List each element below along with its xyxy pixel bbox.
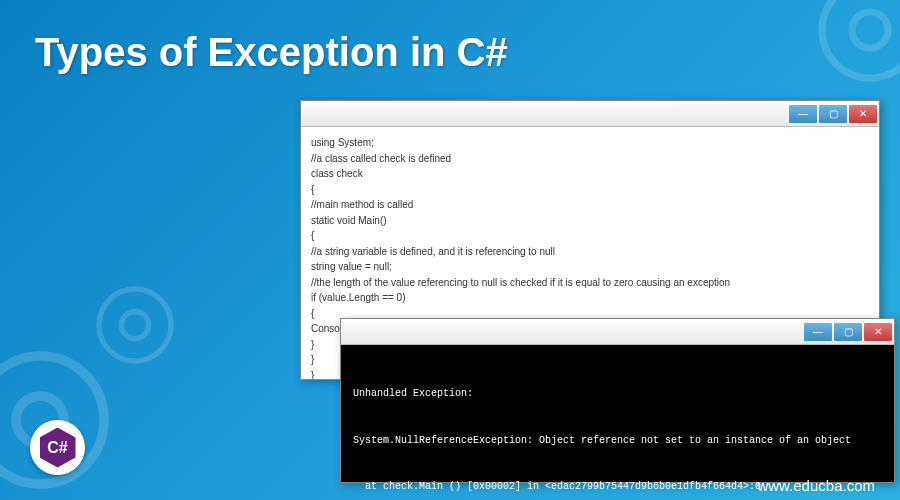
close-button[interactable]: ✕: [849, 105, 877, 123]
gear-icon: [810, 0, 900, 90]
console-line: System.NullReferenceException: Object re…: [353, 433, 882, 449]
console-output: Unhandled Exception: System.NullReferenc…: [341, 345, 894, 482]
code-line: {: [311, 228, 869, 244]
code-line: //the length of the value referencing to…: [311, 275, 869, 291]
svg-point-3: [122, 312, 149, 339]
code-line: static void Main(): [311, 213, 869, 229]
code-line: //main method is called: [311, 197, 869, 213]
console-line: Unhandled Exception:: [353, 386, 882, 402]
csharp-hex-icon: C#: [40, 428, 76, 468]
code-line: using System;: [311, 135, 869, 151]
code-line: string value = null;: [311, 259, 869, 275]
csharp-logo: C#: [30, 420, 85, 475]
site-url: www.educba.com: [757, 477, 875, 494]
svg-point-2: [99, 289, 171, 361]
maximize-button[interactable]: ▢: [819, 105, 847, 123]
minimize-button[interactable]: —: [804, 323, 832, 341]
svg-point-5: [852, 12, 888, 48]
code-line: //a string variable is defined, and it i…: [311, 244, 869, 260]
console-window: — ▢ ✕ Unhandled Exception: System.NullRe…: [340, 318, 895, 483]
close-button[interactable]: ✕: [864, 323, 892, 341]
code-line: //a class called check is defined: [311, 151, 869, 167]
window-titlebar: — ▢ ✕: [341, 319, 894, 345]
code-line: if (value.Length == 0): [311, 290, 869, 306]
page-title: Types of Exception in C#: [35, 30, 508, 75]
window-titlebar: — ▢ ✕: [301, 101, 879, 127]
maximize-button[interactable]: ▢: [834, 323, 862, 341]
gear-icon: [90, 280, 180, 370]
minimize-button[interactable]: —: [789, 105, 817, 123]
code-line: {: [311, 182, 869, 198]
code-line: class check: [311, 166, 869, 182]
